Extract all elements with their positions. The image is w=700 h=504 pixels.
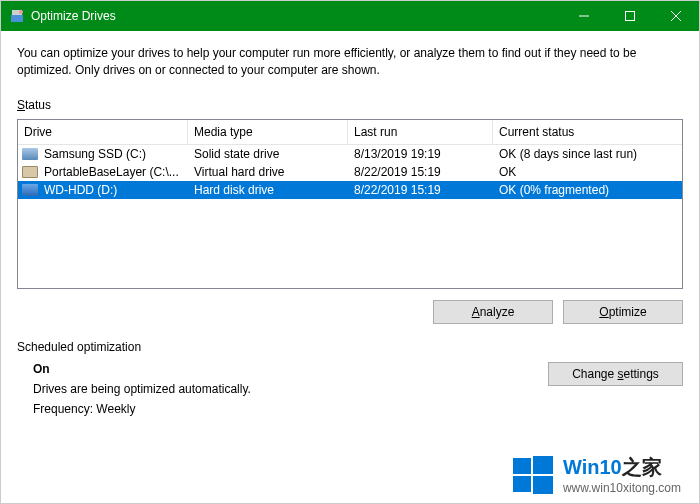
app-icon — [9, 8, 25, 24]
drive-status: OK (8 days since last run) — [493, 147, 682, 161]
col-last[interactable]: Last run — [348, 120, 493, 144]
ssd-icon — [22, 148, 38, 160]
svg-rect-0 — [11, 15, 23, 22]
sched-label: Scheduled optimization — [17, 340, 683, 354]
hdd-icon — [22, 184, 38, 196]
windows-logo-icon — [513, 455, 553, 495]
drive-name: WD-HDD (D:) — [44, 183, 117, 197]
window-controls — [561, 1, 699, 31]
drive-row[interactable]: PortableBaseLayer (C:\... Virtual hard d… — [18, 163, 682, 181]
col-drive[interactable]: Drive — [18, 120, 188, 144]
svg-rect-4 — [626, 12, 635, 21]
title-bar: Optimize Drives — [1, 1, 699, 31]
sched-desc: Drives are being optimized automatically… — [33, 382, 548, 396]
svg-point-2 — [19, 10, 23, 14]
watermark-url: www.win10xitong.com — [563, 481, 681, 495]
svg-rect-10 — [533, 476, 553, 494]
drive-row-selected[interactable]: WD-HDD (D:) Hard disk drive 8/22/2019 15… — [18, 181, 682, 199]
drive-status: OK (0% fragmented) — [493, 183, 682, 197]
drive-media: Virtual hard drive — [188, 165, 348, 179]
drive-status: OK — [493, 165, 682, 179]
intro-text: You can optimize your drives to help you… — [17, 45, 657, 80]
content-area: You can optimize your drives to help you… — [1, 31, 699, 416]
drives-list[interactable]: Drive Media type Last run Current status… — [17, 119, 683, 289]
drive-last: 8/13/2019 19:19 — [348, 147, 493, 161]
drive-name: PortableBaseLayer (C:\... — [44, 165, 179, 179]
drive-last: 8/22/2019 15:19 — [348, 183, 493, 197]
drive-row[interactable]: Samsung SSD (C:) Solid state drive 8/13/… — [18, 145, 682, 163]
col-status[interactable]: Current status — [493, 120, 682, 144]
svg-rect-8 — [533, 456, 553, 474]
maximize-button[interactable] — [607, 1, 653, 31]
status-label: Status — [17, 98, 683, 112]
drive-last: 8/22/2019 15:19 — [348, 165, 493, 179]
svg-rect-7 — [513, 458, 531, 474]
optimize-button[interactable]: Optimize — [563, 300, 683, 324]
col-media[interactable]: Media type — [188, 120, 348, 144]
analyze-button[interactable]: Analyze — [433, 300, 553, 324]
change-settings-button[interactable]: Change settings — [548, 362, 683, 386]
list-header: Drive Media type Last run Current status — [18, 120, 682, 145]
vhd-icon — [22, 166, 38, 178]
drive-media: Solid state drive — [188, 147, 348, 161]
minimize-button[interactable] — [561, 1, 607, 31]
drive-media: Hard disk drive — [188, 183, 348, 197]
sched-freq: Frequency: Weekly — [33, 402, 548, 416]
watermark: Win10之家 www.win10xitong.com — [513, 454, 681, 495]
close-button[interactable] — [653, 1, 699, 31]
scheduled-optimization: Scheduled optimization On Drives are bei… — [17, 340, 683, 416]
sched-on: On — [33, 362, 548, 376]
svg-rect-9 — [513, 476, 531, 492]
drive-name: Samsung SSD (C:) — [44, 147, 146, 161]
watermark-brand: Win10之家 — [563, 454, 681, 481]
window-title: Optimize Drives — [31, 9, 561, 23]
action-buttons: Analyze Optimize — [17, 300, 683, 324]
